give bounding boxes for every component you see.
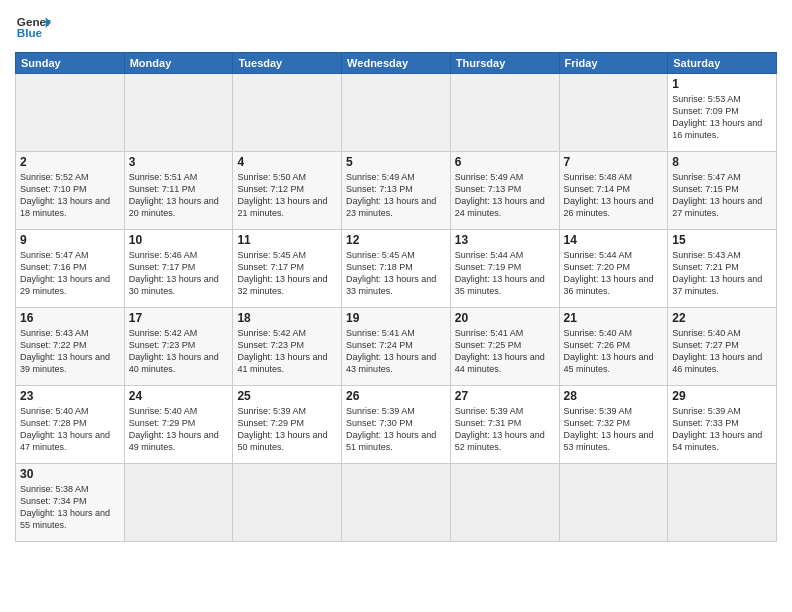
daylight-label: Daylight: 13 hours and 20 minutes. <box>129 196 219 218</box>
day-info: Sunrise: 5:45 AMSunset: 7:18 PMDaylight:… <box>346 249 446 298</box>
sunset-label: Sunset: 7:17 PM <box>129 262 196 272</box>
day-info: Sunrise: 5:41 AMSunset: 7:24 PMDaylight:… <box>346 327 446 376</box>
day-cell: 5Sunrise: 5:49 AMSunset: 7:13 PMDaylight… <box>342 152 451 230</box>
sunrise-label: Sunrise: 5:40 AM <box>672 328 741 338</box>
sunset-label: Sunset: 7:29 PM <box>129 418 196 428</box>
daylight-label: Daylight: 13 hours and 47 minutes. <box>20 430 110 452</box>
sunset-label: Sunset: 7:24 PM <box>346 340 413 350</box>
sunrise-label: Sunrise: 5:52 AM <box>20 172 89 182</box>
day-info: Sunrise: 5:39 AMSunset: 7:32 PMDaylight:… <box>564 405 664 454</box>
day-cell <box>450 74 559 152</box>
day-cell: 7Sunrise: 5:48 AMSunset: 7:14 PMDaylight… <box>559 152 668 230</box>
day-info: Sunrise: 5:47 AMSunset: 7:16 PMDaylight:… <box>20 249 120 298</box>
day-info: Sunrise: 5:39 AMSunset: 7:30 PMDaylight:… <box>346 405 446 454</box>
day-number: 29 <box>672 389 772 403</box>
day-number: 10 <box>129 233 229 247</box>
day-cell: 13Sunrise: 5:44 AMSunset: 7:19 PMDayligh… <box>450 230 559 308</box>
sunset-label: Sunset: 7:19 PM <box>455 262 522 272</box>
daylight-label: Daylight: 13 hours and 21 minutes. <box>237 196 327 218</box>
day-info: Sunrise: 5:40 AMSunset: 7:29 PMDaylight:… <box>129 405 229 454</box>
day-cell: 15Sunrise: 5:43 AMSunset: 7:21 PMDayligh… <box>668 230 777 308</box>
sunrise-label: Sunrise: 5:39 AM <box>564 406 633 416</box>
sunrise-label: Sunrise: 5:49 AM <box>455 172 524 182</box>
day-cell: 21Sunrise: 5:40 AMSunset: 7:26 PMDayligh… <box>559 308 668 386</box>
sunrise-label: Sunrise: 5:43 AM <box>20 328 89 338</box>
sunset-label: Sunset: 7:22 PM <box>20 340 87 350</box>
day-cell: 25Sunrise: 5:39 AMSunset: 7:29 PMDayligh… <box>233 386 342 464</box>
day-number: 5 <box>346 155 446 169</box>
day-number: 17 <box>129 311 229 325</box>
sunrise-label: Sunrise: 5:47 AM <box>672 172 741 182</box>
daylight-label: Daylight: 13 hours and 53 minutes. <box>564 430 654 452</box>
day-number: 22 <box>672 311 772 325</box>
daylight-label: Daylight: 13 hours and 30 minutes. <box>129 274 219 296</box>
day-info: Sunrise: 5:42 AMSunset: 7:23 PMDaylight:… <box>237 327 337 376</box>
sunrise-label: Sunrise: 5:41 AM <box>455 328 524 338</box>
day-cell: 14Sunrise: 5:44 AMSunset: 7:20 PMDayligh… <box>559 230 668 308</box>
daylight-label: Daylight: 13 hours and 18 minutes. <box>20 196 110 218</box>
day-number: 27 <box>455 389 555 403</box>
daylight-label: Daylight: 13 hours and 39 minutes. <box>20 352 110 374</box>
day-number: 16 <box>20 311 120 325</box>
sunrise-label: Sunrise: 5:47 AM <box>20 250 89 260</box>
sunset-label: Sunset: 7:15 PM <box>672 184 739 194</box>
sunset-label: Sunset: 7:18 PM <box>346 262 413 272</box>
day-info: Sunrise: 5:47 AMSunset: 7:15 PMDaylight:… <box>672 171 772 220</box>
weekday-header-wednesday: Wednesday <box>342 53 451 74</box>
day-number: 24 <box>129 389 229 403</box>
day-cell <box>124 74 233 152</box>
day-info: Sunrise: 5:42 AMSunset: 7:23 PMDaylight:… <box>129 327 229 376</box>
sunset-label: Sunset: 7:21 PM <box>672 262 739 272</box>
weekday-header-sunday: Sunday <box>16 53 125 74</box>
daylight-label: Daylight: 13 hours and 23 minutes. <box>346 196 436 218</box>
week-row-6: 30Sunrise: 5:38 AMSunset: 7:34 PMDayligh… <box>16 464 777 542</box>
header: General Blue <box>15 10 777 46</box>
day-info: Sunrise: 5:51 AMSunset: 7:11 PMDaylight:… <box>129 171 229 220</box>
sunset-label: Sunset: 7:12 PM <box>237 184 304 194</box>
sunset-label: Sunset: 7:09 PM <box>672 106 739 116</box>
day-info: Sunrise: 5:49 AMSunset: 7:13 PMDaylight:… <box>346 171 446 220</box>
sunrise-label: Sunrise: 5:46 AM <box>129 250 198 260</box>
day-number: 8 <box>672 155 772 169</box>
day-number: 1 <box>672 77 772 91</box>
sunrise-label: Sunrise: 5:39 AM <box>346 406 415 416</box>
sunset-label: Sunset: 7:29 PM <box>237 418 304 428</box>
day-number: 23 <box>20 389 120 403</box>
sunrise-label: Sunrise: 5:45 AM <box>237 250 306 260</box>
day-info: Sunrise: 5:49 AMSunset: 7:13 PMDaylight:… <box>455 171 555 220</box>
sunset-label: Sunset: 7:32 PM <box>564 418 631 428</box>
svg-text:Blue: Blue <box>17 26 43 39</box>
sunrise-label: Sunrise: 5:38 AM <box>20 484 89 494</box>
day-info: Sunrise: 5:43 AMSunset: 7:21 PMDaylight:… <box>672 249 772 298</box>
day-cell: 19Sunrise: 5:41 AMSunset: 7:24 PMDayligh… <box>342 308 451 386</box>
sunset-label: Sunset: 7:11 PM <box>129 184 196 194</box>
day-cell <box>450 464 559 542</box>
day-cell: 22Sunrise: 5:40 AMSunset: 7:27 PMDayligh… <box>668 308 777 386</box>
day-info: Sunrise: 5:41 AMSunset: 7:25 PMDaylight:… <box>455 327 555 376</box>
sunrise-label: Sunrise: 5:49 AM <box>346 172 415 182</box>
day-number: 25 <box>237 389 337 403</box>
sunrise-label: Sunrise: 5:43 AM <box>672 250 741 260</box>
sunset-label: Sunset: 7:31 PM <box>455 418 522 428</box>
day-cell: 4Sunrise: 5:50 AMSunset: 7:12 PMDaylight… <box>233 152 342 230</box>
daylight-label: Daylight: 13 hours and 50 minutes. <box>237 430 327 452</box>
day-info: Sunrise: 5:40 AMSunset: 7:26 PMDaylight:… <box>564 327 664 376</box>
day-info: Sunrise: 5:39 AMSunset: 7:33 PMDaylight:… <box>672 405 772 454</box>
sunrise-label: Sunrise: 5:40 AM <box>20 406 89 416</box>
daylight-label: Daylight: 13 hours and 51 minutes. <box>346 430 436 452</box>
day-number: 19 <box>346 311 446 325</box>
daylight-label: Daylight: 13 hours and 37 minutes. <box>672 274 762 296</box>
daylight-label: Daylight: 13 hours and 16 minutes. <box>672 118 762 140</box>
sunset-label: Sunset: 7:28 PM <box>20 418 87 428</box>
day-cell <box>668 464 777 542</box>
sunset-label: Sunset: 7:26 PM <box>564 340 631 350</box>
sunrise-label: Sunrise: 5:51 AM <box>129 172 198 182</box>
sunrise-label: Sunrise: 5:39 AM <box>237 406 306 416</box>
day-number: 15 <box>672 233 772 247</box>
week-row-4: 16Sunrise: 5:43 AMSunset: 7:22 PMDayligh… <box>16 308 777 386</box>
day-cell <box>233 464 342 542</box>
week-row-1: 1Sunrise: 5:53 AMSunset: 7:09 PMDaylight… <box>16 74 777 152</box>
sunrise-label: Sunrise: 5:40 AM <box>564 328 633 338</box>
daylight-label: Daylight: 13 hours and 40 minutes. <box>129 352 219 374</box>
page: General Blue SundayMondayTuesdayWednesda… <box>0 0 792 612</box>
